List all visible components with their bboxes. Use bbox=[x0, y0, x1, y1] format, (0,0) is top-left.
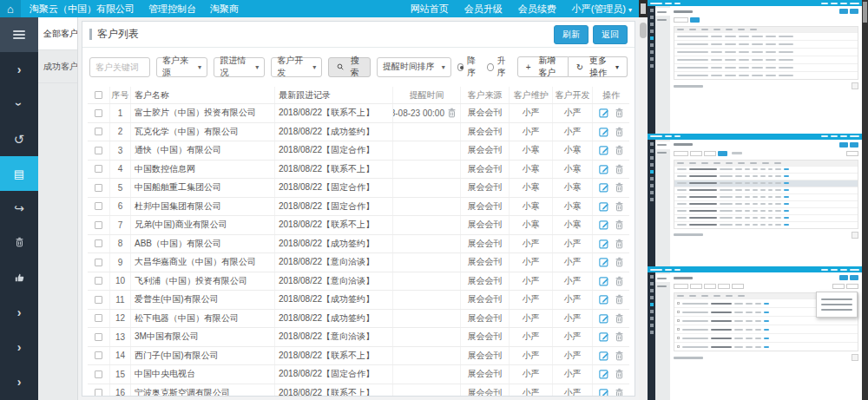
refresh-button[interactable]: 刷新 bbox=[554, 25, 589, 44]
edit-icon[interactable] bbox=[599, 369, 609, 379]
delete-icon[interactable] bbox=[615, 201, 624, 212]
sidebar-item-chevron-right[interactable]: › bbox=[0, 330, 38, 364]
delete-icon[interactable] bbox=[615, 313, 624, 324]
delete-icon[interactable] bbox=[615, 145, 624, 155]
row-checkbox[interactable] bbox=[95, 184, 102, 192]
row-checkbox[interactable] bbox=[95, 259, 102, 266]
edit-icon[interactable] bbox=[599, 351, 609, 361]
preview-dropdown[interactable] bbox=[690, 284, 702, 289]
preview-search-button[interactable] bbox=[732, 284, 744, 289]
preview-blue-button[interactable] bbox=[839, 142, 848, 148]
keyword-input[interactable] bbox=[89, 57, 150, 77]
preview-menu-item[interactable] bbox=[821, 304, 852, 305]
row-checkbox[interactable] bbox=[95, 333, 102, 341]
edit-icon[interactable] bbox=[599, 108, 609, 118]
source-filter-dropdown[interactable]: 客户来源▾ bbox=[156, 57, 207, 77]
preview-dropdown[interactable] bbox=[690, 151, 702, 156]
delete-icon[interactable] bbox=[615, 164, 624, 174]
preview-input[interactable] bbox=[674, 151, 688, 156]
row-checkbox[interactable] bbox=[95, 221, 102, 229]
sidebar-item-chevron-right[interactable]: › bbox=[0, 295, 38, 330]
preview-input[interactable] bbox=[674, 284, 688, 289]
preview-blue-button[interactable] bbox=[850, 275, 858, 280]
delete-icon[interactable] bbox=[615, 276, 624, 286]
sidebar-item-logout[interactable]: ↪ bbox=[0, 191, 38, 226]
row-checkbox[interactable] bbox=[95, 314, 102, 322]
delete-icon[interactable] bbox=[615, 257, 624, 267]
row-checkbox[interactable] bbox=[95, 147, 102, 154]
sub-sidebar-item-0[interactable]: 全部客户 bbox=[38, 17, 77, 50]
edit-icon[interactable] bbox=[599, 145, 609, 155]
delete-icon[interactable] bbox=[615, 127, 624, 137]
preview-white-button[interactable] bbox=[832, 284, 845, 289]
edit-icon[interactable] bbox=[599, 388, 609, 396]
app-preview-thumbnail-1[interactable] bbox=[648, 0, 862, 134]
edit-icon[interactable] bbox=[599, 239, 609, 249]
delete-icon[interactable] bbox=[615, 239, 624, 249]
sub-sidebar-item-1[interactable]: 成功客户 bbox=[38, 50, 77, 83]
sort-asc-radio[interactable]: 升序 bbox=[487, 55, 511, 79]
select-all-checkbox[interactable] bbox=[95, 91, 102, 99]
nav-item-member-renew[interactable]: 会员续费 bbox=[518, 3, 556, 16]
preview-menu-item[interactable] bbox=[821, 298, 852, 300]
sidebar-item-chevron-right[interactable]: › bbox=[0, 364, 38, 399]
preview-dropdown[interactable] bbox=[704, 151, 716, 156]
preview-open-dropdown-menu[interactable] bbox=[816, 292, 858, 318]
delete-icon[interactable] bbox=[615, 331, 624, 342]
app-preview-thumbnail-3[interactable] bbox=[648, 266, 862, 400]
preview-input[interactable] bbox=[674, 17, 688, 23]
row-checkbox[interactable] bbox=[95, 165, 102, 173]
preview-white-button[interactable] bbox=[846, 284, 858, 289]
window-scrollbar-thumb[interactable] bbox=[863, 2, 867, 23]
delete-icon[interactable] bbox=[615, 388, 624, 396]
preview-blue-button[interactable] bbox=[850, 142, 858, 148]
sidebar-item-history[interactable]: ↺ bbox=[0, 121, 38, 156]
company-brand[interactable]: 淘聚云（中国）有限公司 bbox=[30, 3, 135, 16]
row-checkbox[interactable] bbox=[95, 128, 102, 135]
delete-icon[interactable] bbox=[615, 220, 624, 230]
preview-menu-item[interactable] bbox=[821, 309, 852, 311]
edit-icon[interactable] bbox=[599, 331, 609, 342]
row-checkbox[interactable] bbox=[95, 109, 102, 117]
add-customer-button[interactable]: + 新增客户 bbox=[517, 56, 569, 77]
edit-icon[interactable] bbox=[599, 201, 609, 212]
edit-icon[interactable] bbox=[599, 220, 609, 230]
edit-icon[interactable] bbox=[599, 127, 609, 137]
home-button[interactable]: ⌂ bbox=[0, 0, 21, 17]
sidebar-item-list[interactable]: ▤ bbox=[0, 156, 38, 191]
delete-icon[interactable] bbox=[615, 369, 624, 379]
preview-blue-button[interactable] bbox=[850, 9, 858, 14]
back-button[interactable]: 返回 bbox=[593, 25, 628, 44]
nav-item-member-upgrade[interactable]: 会员升级 bbox=[464, 3, 503, 16]
app-preview-thumbnail-2[interactable] bbox=[648, 134, 862, 267]
nav-item-admin-console[interactable]: 管理控制台 bbox=[148, 3, 196, 16]
delete-icon[interactable] bbox=[615, 294, 624, 305]
sidebar-item-thumbs-up[interactable] bbox=[0, 260, 38, 295]
preview-blue-button[interactable] bbox=[839, 9, 848, 14]
preview-white-button[interactable] bbox=[846, 151, 858, 156]
sidebar-item-trash[interactable] bbox=[0, 226, 38, 260]
edit-icon[interactable] bbox=[599, 164, 609, 174]
preview-blue-button[interactable] bbox=[839, 275, 848, 280]
window-scrollbar[interactable] bbox=[862, 0, 868, 400]
row-checkbox[interactable] bbox=[95, 239, 102, 247]
edit-icon[interactable] bbox=[599, 313, 609, 324]
row-checkbox[interactable] bbox=[95, 202, 102, 210]
delete-icon[interactable] bbox=[615, 108, 624, 118]
user-menu[interactable]: 小严(管理员)▾ bbox=[572, 3, 632, 16]
delete-icon[interactable] bbox=[615, 182, 624, 193]
edit-icon[interactable] bbox=[599, 294, 609, 305]
sidebar-item-chevron-down[interactable]: › bbox=[0, 87, 38, 121]
sidebar-item-menu[interactable] bbox=[0, 17, 38, 52]
sort-dropdown[interactable]: 提醒时间排序▾ bbox=[377, 57, 451, 77]
edit-icon[interactable] bbox=[599, 276, 609, 286]
nav-item-site-home[interactable]: 网站首页 bbox=[411, 3, 449, 16]
row-checkbox[interactable] bbox=[95, 296, 102, 304]
search-button[interactable]: 搜索 bbox=[328, 57, 370, 77]
preview-search-button[interactable] bbox=[690, 17, 700, 23]
more-actions-button[interactable]: ↻ 更多操作 ▾ bbox=[569, 56, 628, 77]
develop-filter-dropdown[interactable]: 客户开发▾ bbox=[271, 57, 322, 77]
delete-icon[interactable] bbox=[615, 351, 624, 361]
preview-search-button[interactable] bbox=[718, 151, 727, 156]
remind-delete-icon[interactable] bbox=[447, 108, 457, 118]
